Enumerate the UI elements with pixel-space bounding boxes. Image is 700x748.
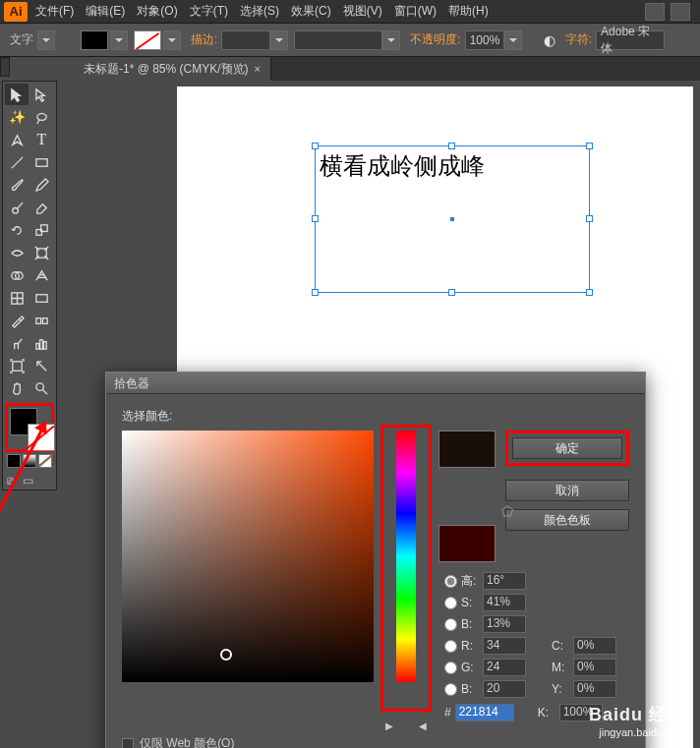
fill-swatch[interactable] — [81, 30, 108, 50]
menu-window[interactable]: 窗口(W) — [394, 3, 437, 20]
shape-builder-tool[interactable] — [5, 264, 29, 286]
tool-preset-menu[interactable] — [37, 30, 55, 50]
r-radio[interactable] — [444, 640, 457, 653]
stroke-dropdown[interactable] — [163, 30, 181, 50]
free-transform-tool[interactable] — [30, 242, 54, 263]
b-radio[interactable] — [444, 618, 457, 631]
m-field[interactable]: 0% — [573, 659, 616, 676]
cube-icon[interactable]: ⬠ — [501, 503, 517, 519]
direct-selection-tool[interactable] — [30, 84, 54, 105]
width-tool[interactable] — [5, 242, 29, 263]
bval-radio[interactable] — [444, 683, 457, 696]
rectangle-tool[interactable] — [30, 151, 54, 173]
color-field[interactable] — [122, 431, 374, 682]
k-label: K: — [538, 706, 555, 719]
profile-field[interactable] — [294, 30, 382, 50]
handle-tr[interactable] — [586, 143, 593, 149]
color-field-cursor[interactable] — [220, 649, 232, 661]
s-field[interactable]: 41% — [483, 594, 526, 611]
b-field[interactable]: 13% — [483, 615, 526, 633]
screen-mode-toggle-2[interactable]: ▭ — [23, 474, 36, 488]
arrange-icon[interactable] — [671, 3, 690, 21]
bridge-icon[interactable] — [645, 3, 665, 21]
h-label: 高: — [461, 573, 479, 590]
hand-tool[interactable] — [5, 377, 29, 399]
hex-field[interactable]: 221814 — [455, 704, 514, 721]
eraser-tool[interactable] — [30, 197, 54, 218]
dialog-title[interactable]: 拾色器 — [106, 373, 645, 394]
pencil-tool[interactable] — [30, 174, 54, 196]
r-field[interactable]: 34 — [483, 637, 526, 655]
rotate-tool[interactable] — [5, 219, 29, 241]
g-radio[interactable] — [444, 662, 457, 674]
close-tab-icon[interactable]: × — [255, 63, 261, 75]
c-field[interactable]: 0% — [573, 637, 616, 655]
slice-tool[interactable] — [30, 355, 54, 376]
h-radio[interactable] — [444, 575, 457, 588]
pen-tool[interactable] — [5, 129, 29, 150]
menu-object[interactable]: 对象(O) — [137, 3, 177, 20]
menu-select[interactable]: 选择(S) — [240, 3, 279, 20]
gradient-tool[interactable] — [30, 287, 54, 309]
menu-type[interactable]: 文字(T) — [190, 3, 228, 20]
handle-br[interactable] — [586, 289, 593, 296]
paintbrush-tool[interactable] — [5, 174, 29, 196]
handle-bm[interactable] — [448, 289, 455, 296]
menu-help[interactable]: 帮助(H) — [448, 3, 489, 20]
hue-arrow-right[interactable]: ◀ — [419, 720, 427, 731]
opacity-dropdown[interactable] — [504, 30, 522, 50]
hue-slider[interactable] — [396, 431, 416, 682]
document-tab[interactable]: 未标题-1* @ 85% (CMYK/预览) × — [74, 57, 271, 81]
scale-tool[interactable] — [30, 219, 54, 241]
web-only-checkbox[interactable] — [122, 738, 134, 749]
zoom-tool[interactable] — [30, 377, 54, 399]
opacity-field[interactable]: 100% — [465, 30, 504, 50]
type-tool[interactable]: T — [30, 129, 54, 150]
mode-none[interactable] — [38, 454, 52, 468]
y-field[interactable]: 0% — [573, 680, 616, 698]
eyedropper-tool[interactable] — [5, 310, 29, 331]
profile-dropdown[interactable] — [382, 30, 400, 50]
mode-color[interactable] — [7, 454, 21, 468]
handle-tl[interactable] — [312, 143, 319, 149]
line-tool[interactable] — [5, 151, 29, 173]
blend-tool[interactable] — [30, 310, 54, 331]
symbol-sprayer-tool[interactable] — [5, 332, 29, 354]
menu-edit[interactable]: 编辑(E) — [86, 3, 125, 20]
stroke-weight-dropdown[interactable] — [270, 30, 288, 50]
watermark-url: jingyan.baidu.com — [589, 726, 686, 738]
artboard-tool[interactable] — [5, 355, 29, 376]
watermark: Baidu 经验 jingyan.baidu.com — [589, 703, 686, 738]
menu-view[interactable]: 视图(V) — [343, 3, 382, 20]
fill-dropdown[interactable] — [110, 30, 128, 50]
bval-field[interactable]: 20 — [483, 680, 526, 698]
selection-tool[interactable] — [5, 84, 29, 105]
handle-tm[interactable] — [448, 143, 455, 149]
perspective-grid-tool[interactable] — [30, 264, 54, 286]
font-field[interactable]: Adobe 宋体 — [596, 30, 665, 50]
g-field[interactable]: 24 — [483, 659, 526, 676]
handle-mr[interactable] — [586, 215, 593, 222]
lasso-tool[interactable] — [30, 106, 54, 128]
text-content[interactable]: 横看成岭侧成峰 — [316, 146, 589, 186]
swatches-button[interactable]: 颜色色板 — [505, 509, 629, 531]
s-radio[interactable] — [444, 597, 457, 609]
blob-brush-tool[interactable] — [5, 197, 29, 218]
cancel-button[interactable]: 取消 — [505, 480, 629, 501]
web-only-row[interactable]: 仅限 Web 颜色(O) — [122, 735, 629, 748]
stroke-swatch[interactable] — [134, 30, 161, 50]
text-frame[interactable]: 横看成岭侧成峰 — [315, 145, 590, 293]
h-field[interactable]: 16° — [483, 572, 526, 590]
menu-file[interactable]: 文件(F) — [35, 3, 74, 20]
menu-effect[interactable]: 效果(C) — [291, 3, 331, 20]
recolor-icon[interactable]: ◐ — [538, 29, 561, 51]
handle-ml[interactable] — [312, 215, 319, 222]
magic-wand-tool[interactable]: ✨ — [5, 106, 29, 128]
handle-bl[interactable] — [312, 289, 319, 296]
mesh-tool[interactable] — [5, 287, 29, 309]
ok-button[interactable]: 确定 — [512, 437, 622, 459]
sidebar-tab[interactable] — [0, 57, 10, 77]
column-graph-tool[interactable] — [30, 332, 54, 354]
hue-arrow-left[interactable]: ▶ — [385, 720, 393, 731]
stroke-weight-field[interactable] — [221, 30, 270, 50]
